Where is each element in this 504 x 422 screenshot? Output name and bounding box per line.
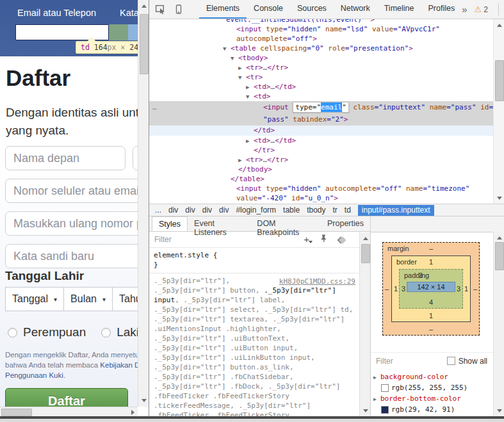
computed-filter-bar: Filter Show all	[371, 352, 504, 369]
last-name-field-partial[interactable]	[133, 146, 138, 170]
signup-field-0[interactable]	[5, 146, 126, 170]
devtools-tab-sources[interactable]: Sources	[290, 0, 334, 19]
breadcrumb-item-selected[interactable]: input#pass.inputtext	[358, 205, 434, 216]
dom-tree-line[interactable]: ▶<td>…</td>	[149, 136, 504, 145]
breadcrumb-item[interactable]: ...	[155, 206, 161, 215]
box-model-padding[interactable]: padding 3 4 3 3 142 × 14	[399, 269, 463, 309]
signup-submit-button[interactable]: Daftar	[5, 388, 128, 407]
scroll-right-button[interactable]	[127, 407, 138, 417]
breadcrumb-item[interactable]: div	[168, 206, 178, 215]
computed-property[interactable]: ▶border-bottom-color	[371, 393, 504, 404]
styles-tab-dom-breakpoints[interactable]: DOM Breakpoints	[250, 216, 321, 231]
devtools-tab-network[interactable]: Network	[334, 0, 377, 19]
radio-button[interactable]	[8, 328, 17, 337]
legal-link[interactable]: Penggunaan Kuki.	[5, 371, 65, 379]
scroll-down-button[interactable]	[138, 395, 149, 405]
dom-tree-line[interactable]: ▼<table cellspacing="0" role="presentati…	[149, 44, 504, 53]
dom-tree-line[interactable]: value="-420" id="u_0_n">	[149, 193, 504, 203]
more-tabs-icon[interactable]: »	[462, 4, 467, 15]
devtools-tab-console[interactable]: Console	[247, 0, 290, 19]
scroll-down-button[interactable]	[494, 193, 504, 203]
styles-tab-event-listeners[interactable]: Event Listeners	[188, 216, 250, 231]
signup-field-3[interactable]	[5, 244, 138, 268]
breadcrumb-item[interactable]: td	[345, 206, 351, 215]
breadcrumb-item[interactable]: table	[283, 206, 300, 215]
box-model-content[interactable]: 142 × 14	[407, 282, 455, 292]
dom-tree-line[interactable]: ▼<td>	[149, 92, 504, 101]
dom-tree-line[interactable]: autocomplete="off">	[149, 34, 504, 44]
scrollbar-thumb[interactable]	[361, 244, 370, 263]
toggle-computed-icon[interactable]	[338, 234, 345, 245]
scroll-up-button[interactable]	[138, 1, 149, 11]
breadcrumb-item[interactable]: div	[202, 206, 212, 215]
element-style-rule[interactable]: element.style { }	[149, 248, 359, 273]
scrollbar-thumb[interactable]	[1, 409, 32, 416]
scroll-down-button[interactable]	[360, 405, 370, 416]
new-style-rule-icon[interactable]: +	[304, 234, 309, 245]
breadcrumb-item[interactable]: tr	[332, 206, 337, 215]
styles-scrollbar[interactable]	[359, 232, 370, 416]
disclosure-arrow-icon[interactable]: ▶	[373, 372, 377, 383]
scrollbar-thumb[interactable]	[495, 60, 504, 101]
scroll-down-button[interactable]	[494, 405, 504, 416]
styles-tab-properties[interactable]: Properties	[321, 216, 370, 231]
signup-field-2[interactable]	[5, 211, 138, 236]
dom-tree-line[interactable]: …<input type="email" class="inputtext" n…	[149, 101, 504, 113]
breadcrumb: ...divdivdivdiv#login_formtabletbodytrtd…	[149, 204, 504, 216]
styles-tab-styles[interactable]: Styles	[152, 216, 188, 231]
breadcrumb-item[interactable]: div	[219, 206, 229, 215]
breadcrumb-item[interactable]: tbody	[307, 206, 325, 215]
elements-scrollbar[interactable]	[493, 19, 504, 204]
scroll-up-button[interactable]	[494, 20, 504, 30]
dom-tree-line[interactable]: <input type="hidden" name="lsd" value="A…	[149, 24, 504, 34]
legal-link[interactable]: Kebijakan Data	[100, 361, 138, 369]
dob-select-bulan[interactable]: Bulan▾	[63, 287, 113, 311]
computed-scrollbar[interactable]	[493, 232, 504, 416]
dom-tree-line[interactable]: </table>	[149, 174, 504, 184]
dob-select-tanggal[interactable]: Tanggal▾	[5, 287, 64, 311]
page-horizontal-scrollbar[interactable]	[0, 407, 138, 417]
devtools-tab-timeline[interactable]: Timeline	[377, 0, 421, 19]
show-all-toggle[interactable]: Show all	[447, 357, 487, 366]
dom-tree-line[interactable]: <input type="hidden" autocomplete="off" …	[149, 184, 504, 193]
scrollbar-thumb[interactable]	[140, 14, 149, 74]
box-model-border[interactable]: border 1 1 1 1 padding 3 4 3 3 142 × 14	[391, 256, 471, 322]
dom-tree-line[interactable]: </td>	[149, 126, 504, 136]
dom-tree-line[interactable]: </tbody>	[149, 165, 504, 174]
console-warnings-badge[interactable]: ⚠ 2	[475, 4, 488, 14]
scrollbar-thumb[interactable]	[495, 242, 504, 270]
scroll-up-button[interactable]	[360, 233, 370, 243]
box-model-margin[interactable]: margin – – – – border 1 1 1 1 padding 3 …	[382, 242, 480, 336]
dom-tree-line[interactable]: ▼<tbody>	[149, 53, 504, 63]
computed-filter-input[interactable]: Filter	[376, 357, 393, 366]
dom-tree-line[interactable]: ▶<tr>…</tr>	[149, 155, 504, 165]
dom-tree-line[interactable]: </tr>	[149, 145, 504, 155]
signup-field-1[interactable]	[5, 179, 138, 203]
dom-tree-line[interactable]: "pass" tabindex="2">	[149, 113, 504, 126]
legal-text: Dengan mengeklik Daftar, Anda menyetujui…	[5, 350, 138, 380]
stylesheet-link[interactable]: kH8J0pC1MDD.css:29	[279, 277, 355, 286]
breadcrumb-item[interactable]: #login_form	[236, 206, 276, 215]
device-mode-icon[interactable]	[174, 4, 184, 15]
dom-tree-line[interactable]: ▶<tr>…</tr>	[149, 63, 504, 72]
scroll-up-button[interactable]	[494, 232, 504, 243]
dom-tree-line[interactable]: event.__inlineSubmit(this,event)" >	[149, 19, 504, 24]
breadcrumb-item[interactable]: div	[185, 206, 195, 215]
inspect-element-icon[interactable]	[155, 4, 166, 15]
dom-tree-line[interactable]: ▶<td>…</td>	[149, 82, 504, 92]
pin-icon[interactable]	[320, 234, 328, 245]
radio-button[interactable]	[101, 328, 111, 337]
gender-option[interactable]: Perempuan	[8, 325, 86, 339]
styles-content: element.style { } kH8J0pC1MDD.css:29 ._5…	[149, 248, 359, 416]
computed-property[interactable]: ▶background-color	[371, 371, 504, 382]
css-rule[interactable]: kH8J0pC1MDD.css:29 ._5p3y[dir="ltr"],._5…	[149, 273, 359, 416]
show-all-checkbox[interactable]	[447, 357, 455, 365]
dob-select-tahun[interactable]: Tahun	[112, 287, 138, 311]
styles-filter-input[interactable]: Filter	[154, 235, 172, 244]
gender-option[interactable]: Laki-la	[101, 325, 138, 339]
disclosure-arrow-icon[interactable]: ▶	[373, 394, 377, 405]
devtools-tab-elements[interactable]: Elements	[199, 0, 247, 19]
dom-tree-line[interactable]: ▼<tr>	[149, 72, 504, 82]
page-vertical-scrollbar[interactable]	[138, 0, 149, 407]
devtools-tab-profiles[interactable]: Profiles	[421, 0, 462, 19]
